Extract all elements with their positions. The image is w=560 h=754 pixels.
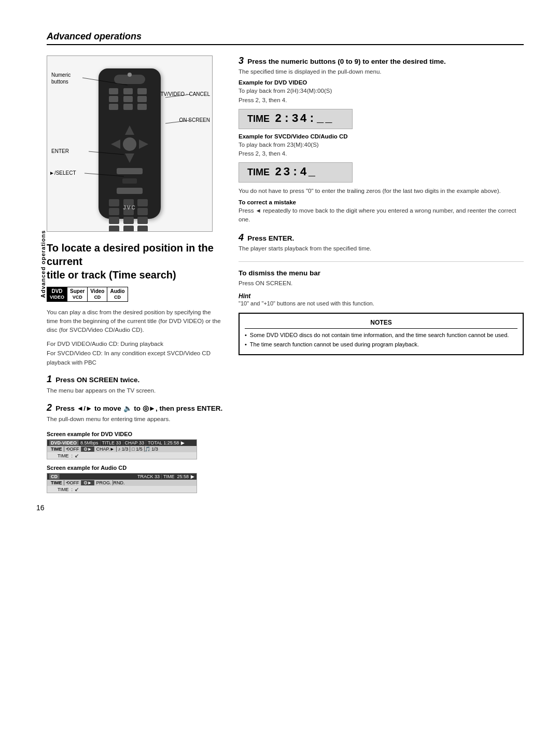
remote-btn — [109, 88, 118, 94]
remote-body: JVC — [99, 68, 161, 219]
callout-tv-video: TV/VIDEO · CANCEL — [160, 91, 210, 97]
remote-dpad — [111, 125, 148, 163]
screen-dvd-label: Screen example for DVD VIDEO — [47, 431, 223, 437]
side-label: Advanced operations — [40, 230, 46, 298]
remote-btn — [137, 96, 147, 102]
remote-num — [123, 226, 134, 232]
remote-num — [137, 208, 148, 215]
screen-dvd-row1: DVD-VIDEO 8.5Mbps TITLE 33 CHAP 33 TOTAL… — [47, 440, 197, 446]
remote-numpad — [109, 199, 150, 232]
badge-super-vcd: Super VCD — [67, 287, 88, 301]
remote-num — [109, 208, 119, 215]
divider — [239, 261, 524, 262]
hint-section: Hint "10" and "+10" buttons are not used… — [239, 292, 524, 308]
mistake-heading: To correct a mistake — [239, 199, 524, 205]
remote-dpad-up — [125, 125, 134, 135]
screen-dvd: DVD-VIDEO 8.5Mbps TITLE 33 CHAP 33 TOTAL… — [47, 439, 197, 459]
step-1: 1 Press ON SCREEN twice. The menu bar ap… — [47, 374, 223, 395]
badge-video-cd: Video CD — [88, 287, 107, 301]
remote-sensor — [128, 73, 132, 77]
remote-num — [109, 217, 119, 224]
callout-enter: ENTER — [51, 148, 69, 154]
remote-dpad-down — [125, 153, 134, 163]
remote-dpad-center — [123, 137, 136, 151]
screen-cd-row2: TIME ⟲OFF ⊙► PROG. RND. — [47, 480, 197, 486]
callout-numeric: Numeric buttons — [51, 72, 71, 85]
remote-btn — [123, 96, 133, 102]
screen-cd: CD TRACK 33 TIME 25:58 ▶ TIME ⟲OFF ⊙► PR… — [47, 473, 197, 493]
badge-dvd-video: DVD VIDEO — [47, 287, 67, 301]
step-2: 2 Press ◄/► to move 🔈 to ◎►, then press … — [47, 402, 223, 424]
example-svcd-heading: Example for SVCD/Video CD/Audio CD — [239, 133, 524, 139]
note-1: • Some DVD VIDEO discs do not contain ti… — [245, 331, 517, 340]
remote-btn — [109, 96, 118, 102]
time-display-1: TIME 2:34:__ — [239, 109, 353, 129]
dismiss-section: To dismiss the menu bar Press ON SCREEN. — [239, 269, 524, 288]
page-number: 16 — [36, 504, 45, 512]
remote-stop-btn — [122, 178, 137, 184]
jvc-logo: JVC — [123, 205, 136, 211]
step-4: 4 Press ENTER. The player starts playbac… — [239, 232, 524, 253]
section-title: Advanced operations — [47, 31, 524, 45]
remote-btn — [123, 104, 133, 110]
callout-play-select: ►/SELECT — [49, 170, 76, 176]
remote-btn — [109, 104, 118, 110]
screen-dvd-row3: TIME : ↙ — [47, 452, 197, 459]
remote-num — [109, 199, 119, 206]
screen-cd-label: Screen example for Audio CD — [47, 465, 223, 471]
remote-dpad-left — [111, 139, 120, 149]
remote-num — [123, 217, 134, 224]
main-heading: To locate a desired position in the curr… — [47, 241, 223, 282]
format-badges: DVD VIDEO Super VCD Video CD Audio CD — [47, 287, 128, 302]
remote-play-btn — [117, 188, 143, 194]
callout-on-screen: ON SCREEN — [179, 117, 210, 123]
remote-dpad-right — [139, 139, 148, 149]
screen-cd-row3: TIME : ↙ — [47, 486, 197, 493]
example-dvd-heading: Example for DVD VIDEO — [239, 79, 524, 86]
remote-num — [137, 199, 148, 206]
note-2: • The time search function cannot be use… — [245, 340, 517, 349]
remote-num — [137, 217, 148, 224]
screen-cd-row1: CD TRACK 33 TIME 25:58 ▶ — [47, 473, 197, 480]
conditions: For DVD VIDEO/Audio CD: During playback … — [47, 339, 223, 368]
remote-btn — [137, 88, 147, 94]
remote-top-buttons — [109, 88, 150, 112]
remote-num — [109, 226, 119, 232]
remote-illustration: JVC Numeric buttons TV/VIDEO · CANCEL ON… — [47, 55, 213, 232]
remote-num — [137, 226, 148, 232]
time-display-2: TIME 23:4_ — [239, 162, 353, 183]
badge-audio-cd: Audio CD — [107, 287, 127, 301]
screen-dvd-row2: TIME ⟲OFF ⊙► CHAP.► ♪ 1/3 □ 1/5 🎵 1/3 — [47, 446, 197, 452]
intro-text: You can play a disc from the desired pos… — [47, 308, 223, 335]
remote-btn — [123, 88, 133, 94]
step-3: 3 Press the numeric buttons (0 to 9) to … — [239, 55, 524, 224]
remote-enter-btn — [117, 168, 143, 174]
remote-btn — [137, 104, 147, 110]
notes-box: NOTES • Some DVD VIDEO discs do not cont… — [239, 313, 524, 355]
